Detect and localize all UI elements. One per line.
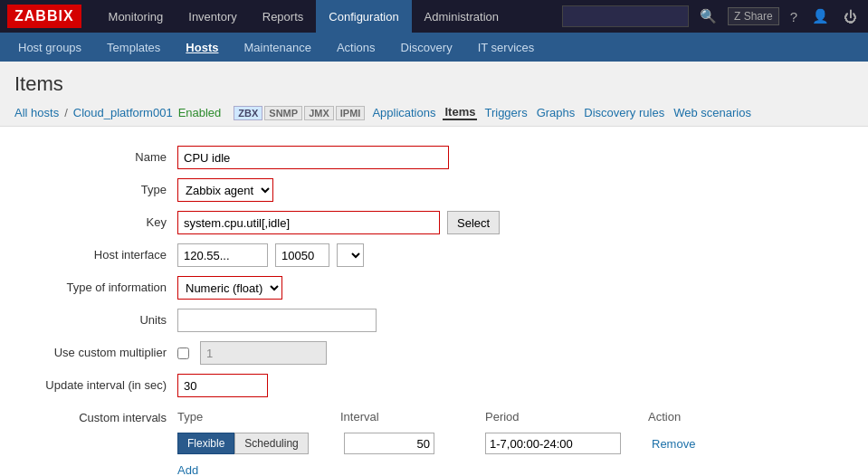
breadcrumb-bar: All hosts / Cloud_platform001 Enabled ZB… <box>0 100 868 127</box>
interval-col-period-header: Period <box>485 410 648 424</box>
tab-web-scenarios[interactable]: Web scenarios <box>672 106 753 119</box>
custom-multiplier-label: Use custom multiplier <box>14 341 177 359</box>
badge-jmx: JMX <box>304 106 334 120</box>
subnav-discovery[interactable]: Discovery <box>390 33 463 62</box>
breadcrumb-hostname[interactable]: Cloud_platform001 <box>73 106 173 119</box>
nav-reports[interactable]: Reports <box>250 0 317 33</box>
host-interface-label: Host interface <box>14 243 177 262</box>
tab-applications[interactable]: Applications <box>370 106 437 119</box>
interval-data-row: Flexible Scheduling Remove <box>177 431 739 456</box>
top-nav-right: 🔍 Z Share ? 👤 ⏻ <box>562 5 861 28</box>
interval-value-cell <box>340 433 485 454</box>
tab-triggers[interactable]: Triggers <box>482 106 529 119</box>
top-nav-items: Monitoring Inventory Reports Configurati… <box>96 0 562 33</box>
type-label: Type <box>14 178 177 196</box>
breadcrumb-allhosts[interactable]: All hosts <box>14 106 59 119</box>
period-value-cell <box>485 433 648 454</box>
key-label: Key <box>14 211 177 229</box>
form-row-units: Units <box>0 304 868 337</box>
share-button[interactable]: Z Share <box>728 7 779 25</box>
status-badges: ZBX SNMP JMX IPMI <box>234 106 365 120</box>
subnav-itservices[interactable]: IT services <box>467 33 546 62</box>
nav-monitoring[interactable]: Monitoring <box>96 0 176 33</box>
intervals-header: Type Interval Period Action <box>177 406 739 427</box>
host-interface-port[interactable] <box>275 243 329 267</box>
units-field <box>177 309 854 332</box>
tab-graphs[interactable]: Graphs <box>535 106 577 119</box>
tab-discovery-rules[interactable]: Discovery rules <box>582 106 666 119</box>
name-input[interactable] <box>177 146 449 169</box>
form-row-custom-multiplier: Use custom multiplier <box>0 337 868 369</box>
subnav-actions[interactable]: Actions <box>326 33 386 62</box>
units-label: Units <box>14 309 177 327</box>
interval-col-action-header: Action <box>648 410 739 424</box>
interval-col-interval-header: Interval <box>340 410 485 424</box>
interval-type-buttons: Flexible Scheduling <box>177 433 340 454</box>
update-interval-field <box>177 374 854 397</box>
content-area: Name Type Zabbix agent Key Select Host i… <box>0 127 868 476</box>
user-icon[interactable]: 👤 <box>808 5 833 28</box>
search-input[interactable] <box>562 5 689 27</box>
page-title: Items <box>14 72 854 96</box>
name-field <box>177 146 854 169</box>
badge-ipmi: IPMI <box>336 106 366 120</box>
units-input[interactable] <box>177 309 377 332</box>
logo: ZABBIX <box>7 5 81 28</box>
type-info-select[interactable]: Numeric (float) <box>177 276 282 300</box>
subnav-maintenance[interactable]: Maintenance <box>233 33 321 62</box>
power-icon[interactable]: ⏻ <box>840 5 861 28</box>
update-interval-label: Update interval (in sec) <box>14 374 177 392</box>
key-input[interactable] <box>177 211 440 234</box>
nav-administration[interactable]: Administration <box>412 0 511 33</box>
sub-navigation: Host groups Templates Hosts Maintenance … <box>0 33 868 62</box>
tab-items[interactable]: Items <box>443 105 477 120</box>
subnav-templates[interactable]: Templates <box>96 33 171 62</box>
flexible-button[interactable]: Flexible <box>177 433 234 454</box>
page-header: Items <box>0 62 868 100</box>
type-info-label: Type of information <box>14 276 177 294</box>
custom-intervals-field: Type Interval Period Action Flexible Sch… <box>177 406 854 476</box>
form-row-host-interface: Host interface ▼ <box>0 239 868 271</box>
badge-snmp: SNMP <box>264 106 302 120</box>
custom-multiplier-field <box>177 341 854 365</box>
type-info-field: Numeric (float) <box>177 276 854 300</box>
nav-inventory[interactable]: Inventory <box>176 0 249 33</box>
badge-zbx: ZBX <box>234 106 262 120</box>
update-interval-input[interactable] <box>177 374 268 397</box>
breadcrumb-sep1: / <box>64 106 68 119</box>
form-row-type-info: Type of information Numeric (float) <box>0 271 868 304</box>
form-row-name: Name <box>0 141 868 174</box>
host-interface-select[interactable]: ▼ <box>337 243 364 267</box>
name-label: Name <box>14 146 177 164</box>
interval-col-type-header: Type <box>177 410 340 424</box>
custom-intervals-label: Custom intervals <box>14 406 177 424</box>
host-interface-ip[interactable] <box>177 243 268 267</box>
subnav-hostgroups[interactable]: Host groups <box>7 33 92 62</box>
subnav-hosts[interactable]: Hosts <box>175 33 229 62</box>
action-cell: Remove <box>648 437 739 451</box>
form-row-update-interval: Update interval (in sec) <box>0 369 868 402</box>
key-field: Select <box>177 211 854 234</box>
type-field: Zabbix agent <box>177 178 854 202</box>
form-row-key: Key Select <box>0 206 868 239</box>
search-icon[interactable]: 🔍 <box>696 5 720 28</box>
help-icon[interactable]: ? <box>787 5 801 28</box>
host-interface-field: ▼ <box>177 243 854 267</box>
scheduling-button[interactable]: Scheduling <box>234 433 308 454</box>
custom-multiplier-checkbox[interactable] <box>177 347 189 359</box>
type-select[interactable]: Zabbix agent <box>177 178 273 202</box>
select-button[interactable]: Select <box>447 211 500 234</box>
multiplier-value-input[interactable] <box>200 341 327 365</box>
form-row-type: Type Zabbix agent <box>0 174 868 206</box>
add-interval-link[interactable]: Add <box>177 463 198 476</box>
period-value-input[interactable] <box>485 433 621 454</box>
status-enabled-badge: Enabled <box>178 106 222 119</box>
interval-value-input[interactable] <box>344 433 434 454</box>
nav-configuration[interactable]: Configuration <box>316 0 411 33</box>
remove-link[interactable]: Remove <box>652 437 695 451</box>
form-row-custom-intervals: Custom intervals Type Interval Period Ac… <box>0 402 868 476</box>
top-navigation: ZABBIX Monitoring Inventory Reports Conf… <box>0 0 868 33</box>
